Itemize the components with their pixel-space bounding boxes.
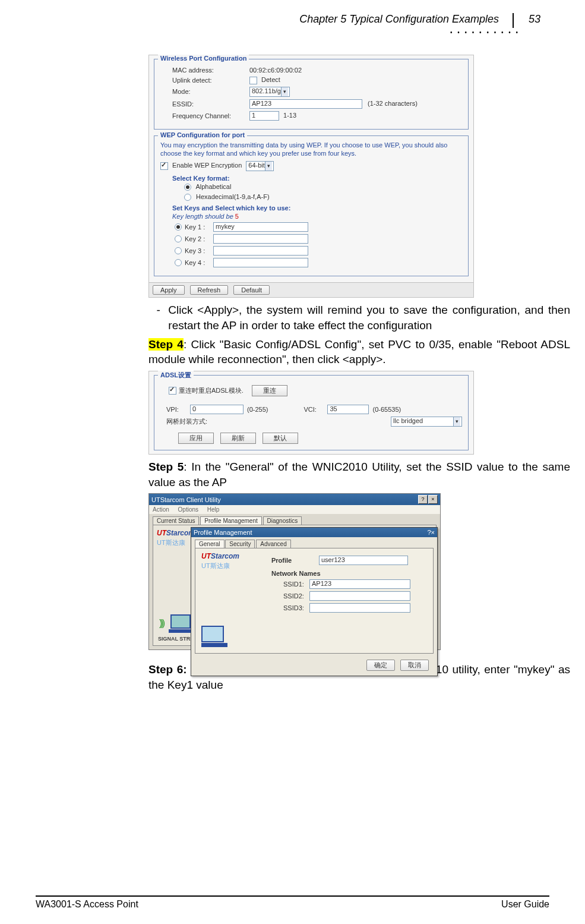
hex-radio[interactable] bbox=[184, 194, 191, 201]
adsl-apply-button[interactable]: 应用 bbox=[178, 433, 214, 444]
encap-select[interactable]: llc bridged bbox=[391, 417, 462, 427]
key3-radio[interactable] bbox=[175, 247, 182, 254]
mac-label: MAC address: bbox=[160, 67, 249, 74]
brand-cn-2: UT斯达康 bbox=[201, 562, 239, 570]
key2-input[interactable] bbox=[213, 234, 308, 244]
group-wep-config: WEP Configuration for port bbox=[158, 131, 247, 138]
tab-diagnostics[interactable]: Diagnostics bbox=[263, 516, 302, 525]
vpi-hint: (0-255) bbox=[247, 406, 268, 413]
setkeys-label: Set Keys and Select which key to use: bbox=[172, 204, 462, 212]
bullet-apply-note: - Click <Apply>, the system will remind … bbox=[148, 302, 570, 333]
header-ornament: • • • • • • • • • • bbox=[36, 29, 549, 36]
tab-security[interactable]: Security bbox=[225, 540, 255, 548]
alpha-label: Alphabetical bbox=[195, 183, 231, 190]
laptop-icon-2 bbox=[201, 626, 227, 647]
bullet-text: Click <Apply>, the system will remind yo… bbox=[168, 302, 570, 333]
uplink-label: Uplink detect: bbox=[160, 77, 249, 84]
vci-input[interactable]: 35 bbox=[327, 405, 369, 414]
figure-wireless-config: Wireless Port Configuration MAC address:… bbox=[148, 55, 474, 298]
adsl-default-button[interactable]: 默认 bbox=[263, 433, 298, 444]
vci-hint: (0-65535) bbox=[372, 406, 401, 413]
enable-wep-label: Enable WEP Encryption bbox=[172, 162, 242, 169]
page-footer: WA3001-S Access Point User Guide bbox=[36, 895, 549, 910]
adsl-refresh-button[interactable]: 刷新 bbox=[220, 433, 256, 444]
step5-text: : In the "General" of the WNIC2010 Utili… bbox=[148, 461, 570, 488]
dlg-profile-label: Profile bbox=[271, 557, 319, 564]
step5-label: Step 5 bbox=[148, 461, 184, 473]
enable-wep-checkbox[interactable] bbox=[160, 162, 168, 170]
group-wireless-port: Wireless Port Configuration bbox=[158, 55, 249, 62]
ssid1-label: SSID1: bbox=[283, 581, 309, 588]
key3-input[interactable] bbox=[213, 246, 308, 256]
key4-input[interactable] bbox=[213, 258, 308, 267]
dialog-title: Profile Management bbox=[194, 529, 252, 536]
refresh-button[interactable]: Refresh bbox=[190, 285, 229, 295]
ssid3-label: SSID3: bbox=[283, 604, 309, 611]
brand-logo-2: UTStarcom bbox=[201, 552, 239, 560]
key1-radio[interactable] bbox=[175, 223, 182, 231]
key2-radio[interactable] bbox=[175, 235, 182, 242]
page-header: Chapter 5 Typical Configuration Examples… bbox=[36, 13, 549, 28]
freq-input[interactable]: 1 bbox=[249, 111, 279, 121]
mode-select[interactable]: 802.11b/g bbox=[249, 87, 290, 97]
vpi-label: VPI: bbox=[166, 406, 190, 413]
ssid3-input[interactable] bbox=[309, 603, 410, 613]
step4-label: Step 4 bbox=[148, 338, 184, 351]
footer-right: User Guide bbox=[501, 899, 549, 910]
step5-paragraph: Step 5: In the "General" of the WNIC2010… bbox=[148, 459, 570, 490]
essid-hint: (1-32 characters) bbox=[368, 100, 418, 107]
chapter-title: Chapter 5 Typical Configuration Examples bbox=[299, 13, 499, 25]
ssid2-input[interactable] bbox=[309, 591, 410, 601]
key1-input[interactable]: mykey bbox=[213, 222, 308, 232]
bullet-dash: - bbox=[148, 302, 168, 333]
step4-paragraph: Step 4: Click "Basic Config/ADSL Config"… bbox=[148, 337, 570, 367]
step4-text: : Click "Basic Config/ADSL Config", set … bbox=[148, 338, 570, 366]
freq-hint: 1-13 bbox=[283, 112, 296, 119]
tab-general[interactable]: General bbox=[195, 540, 224, 548]
detect-checkbox[interactable] bbox=[249, 77, 257, 84]
main-content: Wireless Port Configuration MAC address:… bbox=[148, 55, 570, 693]
step6-label: Step 6: bbox=[148, 663, 187, 676]
wep-bits-select[interactable]: 64-bit bbox=[246, 161, 274, 171]
freq-label: Frequency Channel: bbox=[160, 112, 249, 119]
ok-button[interactable]: 确定 bbox=[366, 660, 395, 671]
apply-button[interactable]: Apply bbox=[153, 285, 185, 295]
alpha-radio[interactable] bbox=[184, 184, 191, 191]
keylen-label: Key length should be 5 bbox=[172, 213, 462, 220]
button-bar: Apply Refresh Default bbox=[149, 282, 473, 297]
dialog-close-icon[interactable]: × bbox=[431, 529, 435, 536]
group-adsl: ADSL设置 bbox=[158, 371, 194, 380]
key2-label: Key 2 : bbox=[185, 235, 213, 242]
cancel-button[interactable]: 取消 bbox=[400, 660, 429, 671]
ssid1-input[interactable]: AP123 bbox=[309, 579, 410, 589]
reboot-adsl-label: 重连时重启ADSL模块. bbox=[179, 386, 244, 395]
detect-label: Detect bbox=[261, 76, 280, 83]
footer-left: WA3001-S Access Point bbox=[36, 899, 138, 910]
reconnect-button[interactable]: 重连 bbox=[252, 385, 287, 396]
encap-label: 网桥封装方式: bbox=[166, 417, 207, 426]
hex-label: Hexadecimal(1-9,a-f,A-F) bbox=[196, 193, 269, 200]
tab-current-status[interactable]: Current Status bbox=[153, 516, 199, 525]
network-names-label: Network Names bbox=[271, 570, 428, 577]
vpi-input[interactable]: 0 bbox=[190, 405, 244, 414]
key4-radio[interactable] bbox=[175, 259, 182, 266]
menu-options[interactable]: Options bbox=[178, 506, 198, 513]
key1-label: Key 1 : bbox=[185, 223, 213, 231]
menu-action[interactable]: Action bbox=[153, 506, 169, 513]
profile-dialog: Profile Management ?× General Security A… bbox=[191, 527, 438, 676]
laptop-icon bbox=[167, 614, 194, 633]
tab-advanced[interactable]: Advanced bbox=[256, 540, 290, 548]
help-icon[interactable]: ? bbox=[418, 495, 428, 504]
menu-bar: Action Options Help bbox=[149, 505, 440, 514]
figure-client-utility: UTStarcom Client Utility ?× Action Optio… bbox=[148, 493, 441, 650]
tab-profile-management[interactable]: Profile Management bbox=[200, 516, 262, 525]
default-button[interactable]: Default bbox=[233, 285, 270, 295]
menu-help[interactable]: Help bbox=[207, 506, 220, 513]
close-icon[interactable]: × bbox=[428, 495, 438, 504]
window-titlebar: UTStarcom Client Utility ?× bbox=[149, 494, 440, 505]
wifi-icon: ))) bbox=[159, 618, 163, 629]
essid-input[interactable]: AP123 bbox=[249, 99, 362, 109]
dlg-profile-input[interactable]: user123 bbox=[319, 556, 408, 565]
reboot-adsl-checkbox[interactable] bbox=[169, 387, 176, 395]
vci-label: VCI: bbox=[303, 406, 327, 413]
